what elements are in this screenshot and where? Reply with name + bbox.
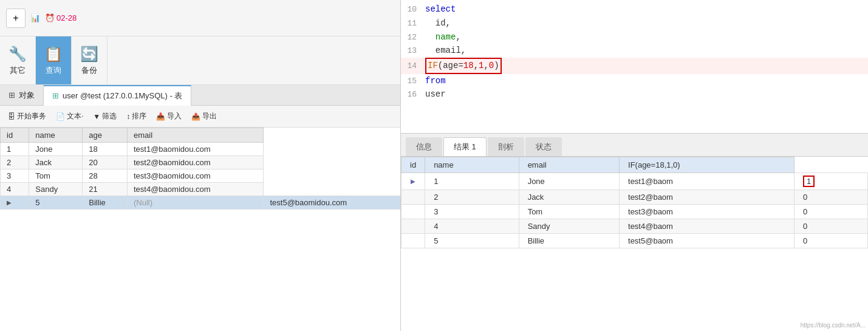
result-cell-if: 0 — [794, 234, 867, 248]
cell-name: Sandy — [29, 183, 83, 196]
tab-table-label: user @test (127.0.0.1MySQL) - 表 — [63, 90, 182, 101]
result-table: id name email IF(age=18,1,0) ▶ 1 Jone te… — [401, 157, 868, 248]
table-row[interactable]: 3 Tom test3@baom 0 — [402, 205, 868, 219]
table-row[interactable]: 2 Jack 20 test2@baomidou.com — [1, 156, 400, 169]
cell-email: test3@baomidou.com — [127, 169, 263, 183]
result-cell-indicator: ▶ — [402, 173, 425, 190]
toolbar-query-label: 查询 — [46, 65, 61, 76]
cell-id: 1 — [1, 143, 29, 156]
import-button[interactable]: 📥 导入 — [152, 109, 186, 123]
code-line-10: 10 select — [401, 2, 868, 16]
sort-button[interactable]: ↕ 排序 — [122, 109, 151, 123]
result-cell-name: Jone — [519, 173, 619, 190]
transaction-button[interactable]: 🗄 开始事务 — [4, 109, 50, 123]
cell-age: (Null) — [127, 196, 263, 210]
toolbar-query[interactable]: 📋 查询 — [36, 36, 72, 84]
result-col-email: email — [519, 157, 619, 173]
tab-table[interactable]: ⊞ user @test (127.0.0.1MySQL) - 表 — [44, 85, 191, 106]
toolbar-other-label: 其它 — [10, 65, 26, 76]
table-row[interactable]: 1 Jone 18 test1@baomidou.com — [1, 143, 400, 156]
data-table-wrapper: id name age email 1 Jone 18 test1@baomid… — [0, 128, 400, 331]
table-row[interactable]: 3 Tom 28 test3@baomidou.com — [1, 169, 400, 183]
tab-result1[interactable]: 结果 1 — [443, 137, 487, 156]
toolbar-backup-label: 备份 — [81, 65, 97, 76]
bar-chart-icon: 📊 — [30, 13, 40, 22]
result-col-id: id — [402, 157, 425, 173]
table-row[interactable]: 2 Jack test2@baom 0 — [402, 190, 868, 205]
table-row[interactable]: 4 Sandy test4@baom 0 — [402, 219, 868, 234]
tab-objects-label: 对象 — [19, 90, 35, 101]
objects-icon: ⊞ — [9, 90, 15, 100]
data-table: id name age email 1 Jone 18 test1@baomid… — [0, 128, 400, 210]
cell-email: test1@baomidou.com — [127, 143, 263, 156]
result-cell-email: test2@baom — [620, 190, 795, 205]
results-area: 信息 结果 1 剖析 状态 id name email IF(age=1 — [401, 134, 868, 331]
export-icon: 📤 — [191, 112, 200, 121]
code-line-13: 13 email, — [401, 44, 868, 58]
cell-name: Billie — [83, 196, 128, 210]
cell-id: 5 — [29, 196, 83, 210]
result-cell-empty — [402, 190, 425, 205]
toolbar-other[interactable]: 🔧 其它 — [0, 36, 36, 84]
result-cell-empty — [402, 234, 425, 248]
cell-row-indicator: ▶ — [1, 196, 29, 210]
result-cell-name: Billie — [519, 234, 619, 248]
cell-age: 18 — [83, 143, 128, 156]
table-row[interactable]: ▶ 1 Jone test1@baom 1 — [402, 173, 868, 190]
result-cell-name: Tom — [519, 205, 619, 219]
export-button[interactable]: 📤 导出 — [187, 109, 221, 123]
code-line-12: 12 name, — [401, 30, 868, 44]
result-col-name: name — [425, 157, 519, 173]
result-col-if: IF(age=18,1,0) — [620, 157, 795, 173]
code-line-14: 14 IF(age=18,1,0) — [401, 58, 868, 73]
result-cell-if: 1 — [794, 173, 867, 190]
cell-name: Tom — [29, 169, 83, 183]
cell-id: 3 — [1, 169, 29, 183]
action-bar: 🗄 开始事务 📄 文本· ▼ 筛选 ↕ 排序 📥 导入 📤 导出 — [0, 106, 400, 128]
tools-icon: 🔧 — [9, 46, 27, 63]
tab-objects[interactable]: ⊞ 对象 — [0, 85, 44, 106]
cell-email: test5@baomidou.com — [264, 196, 400, 210]
tab-analysis[interactable]: 剖析 — [488, 137, 524, 156]
results-tabs: 信息 结果 1 剖析 状态 — [401, 134, 868, 157]
cell-age: 28 — [83, 169, 128, 183]
filter-button[interactable]: ▼ 筛选 — [89, 109, 121, 123]
tab-status[interactable]: 状态 — [525, 137, 562, 156]
result-cell-email: test4@baom — [620, 219, 795, 234]
result-cell-empty — [402, 205, 425, 219]
tab-info[interactable]: 信息 — [406, 137, 442, 156]
table-icon: ⊞ — [52, 91, 59, 100]
import-icon: 📥 — [156, 112, 165, 121]
table-row[interactable]: ▶ 5 Billie (Null) test5@baomidou.com — [1, 196, 400, 210]
table-row[interactable]: 5 Billie test5@baom 0 — [402, 234, 868, 248]
result-cell-name: Sandy — [519, 219, 619, 234]
result-cell-id: 5 — [425, 234, 519, 248]
code-line-16: 16 user — [401, 87, 868, 101]
clock-icon: ⏰ — [45, 13, 55, 22]
cell-age: 21 — [83, 183, 128, 196]
toolbar-backup[interactable]: 🔄 备份 — [72, 36, 108, 84]
add-button[interactable]: + — [6, 9, 26, 28]
filter-icon: ▼ — [93, 112, 100, 121]
col-email-header: email — [127, 128, 263, 143]
result-cell-email: test3@baom — [620, 205, 795, 219]
query-icon: 📋 — [44, 46, 63, 63]
col-id-header: id — [1, 128, 29, 143]
table-row[interactable]: 4 Sandy 21 test4@baomidou.com — [1, 183, 400, 196]
right-panel: 10 select 11 id, 12 name, 13 email, 14 I… — [401, 0, 868, 331]
text-icon: 📄 — [56, 112, 65, 121]
text-button[interactable]: 📄 文本· — [52, 109, 87, 123]
col-name-header: name — [29, 128, 83, 143]
result-cell-if: 0 — [794, 219, 867, 234]
result-cell-if: 0 — [794, 205, 867, 219]
cell-age: 20 — [83, 156, 128, 169]
col-age-header: age — [83, 128, 128, 143]
result-cell-id: 2 — [425, 190, 519, 205]
sort-icon: ↕ — [126, 112, 130, 121]
code-editor[interactable]: 10 select 11 id, 12 name, 13 email, 14 I… — [401, 0, 868, 134]
result-cell-email: test1@baom — [620, 173, 795, 190]
transaction-icon: 🗄 — [8, 112, 15, 121]
cell-id: 2 — [1, 156, 29, 169]
result-cell-id: 3 — [425, 205, 519, 219]
cell-name: Jone — [29, 143, 83, 156]
